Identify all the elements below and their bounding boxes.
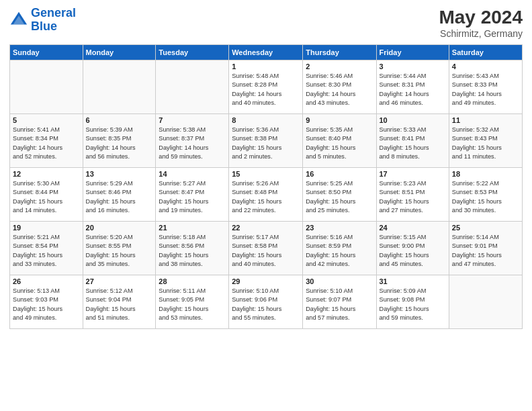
col-friday: Friday <box>376 45 449 60</box>
day-info: Sunrise: 5:44 AM Sunset: 8:31 PM Dayligh… <box>380 72 446 107</box>
table-row: 10Sunrise: 5:33 AM Sunset: 8:41 PM Dayli… <box>376 114 449 168</box>
day-number: 17 <box>380 170 446 178</box>
day-number: 6 <box>86 116 153 124</box>
table-row: 4Sunrise: 5:43 AM Sunset: 8:33 PM Daylig… <box>449 60 522 114</box>
logo: General Blue <box>9 7 76 34</box>
day-number: 12 <box>13 170 80 178</box>
day-number: 2 <box>306 62 373 71</box>
table-row: 27Sunrise: 5:12 AM Sunset: 9:04 PM Dayli… <box>83 275 156 329</box>
day-number: 14 <box>159 170 226 178</box>
location: Schirmitz, Germany <box>439 28 523 39</box>
day-number: 11 <box>452 116 519 124</box>
table-row: 21Sunrise: 5:18 AM Sunset: 8:56 PM Dayli… <box>156 222 229 275</box>
table-row: 22Sunrise: 5:17 AM Sunset: 8:58 PM Dayli… <box>229 222 303 275</box>
day-info: Sunrise: 5:09 AM Sunset: 9:08 PM Dayligh… <box>380 287 446 322</box>
day-number: 3 <box>380 62 446 71</box>
day-number: 21 <box>159 224 226 232</box>
day-info: Sunrise: 5:36 AM Sunset: 8:38 PM Dayligh… <box>232 126 300 161</box>
col-monday: Monday <box>83 45 156 60</box>
table-row: 16Sunrise: 5:25 AM Sunset: 8:50 PM Dayli… <box>303 168 376 222</box>
col-wednesday: Wednesday <box>229 45 303 60</box>
table-row <box>83 60 156 114</box>
table-row: 14Sunrise: 5:27 AM Sunset: 8:47 PM Dayli… <box>156 168 229 222</box>
day-info: Sunrise: 5:27 AM Sunset: 8:47 PM Dayligh… <box>159 179 226 215</box>
logo-line1: General <box>31 6 76 19</box>
day-info: Sunrise: 5:41 AM Sunset: 8:34 PM Dayligh… <box>13 126 80 161</box>
day-info: Sunrise: 5:16 AM Sunset: 8:59 PM Dayligh… <box>306 233 373 269</box>
col-tuesday: Tuesday <box>156 45 229 60</box>
table-row: 19Sunrise: 5:21 AM Sunset: 8:54 PM Dayli… <box>10 222 83 275</box>
day-number: 28 <box>159 277 226 285</box>
day-info: Sunrise: 5:21 AM Sunset: 8:54 PM Dayligh… <box>13 233 80 269</box>
day-number: 5 <box>13 116 80 124</box>
day-info: Sunrise: 5:39 AM Sunset: 8:35 PM Dayligh… <box>86 126 153 161</box>
day-info: Sunrise: 5:20 AM Sunset: 8:55 PM Dayligh… <box>86 233 153 269</box>
table-row: 31Sunrise: 5:09 AM Sunset: 9:08 PM Dayli… <box>376 275 449 329</box>
table-row: 2Sunrise: 5:46 AM Sunset: 8:30 PM Daylig… <box>303 60 376 114</box>
day-info: Sunrise: 5:33 AM Sunset: 8:41 PM Dayligh… <box>380 126 446 161</box>
day-number: 27 <box>86 277 153 285</box>
day-info: Sunrise: 5:11 AM Sunset: 9:05 PM Dayligh… <box>159 287 226 322</box>
table-row: 18Sunrise: 5:22 AM Sunset: 8:53 PM Dayli… <box>449 168 522 222</box>
page: General Blue May 2024 Schirmitz, Germany… <box>0 0 532 411</box>
day-number: 31 <box>380 277 446 285</box>
table-row: 20Sunrise: 5:20 AM Sunset: 8:55 PM Dayli… <box>83 222 156 275</box>
day-info: Sunrise: 5:22 AM Sunset: 8:53 PM Dayligh… <box>452 179 519 215</box>
day-number: 10 <box>380 116 446 124</box>
calendar-week-row: 26Sunrise: 5:13 AM Sunset: 9:03 PM Dayli… <box>10 275 523 329</box>
day-number: 24 <box>380 224 446 232</box>
day-info: Sunrise: 5:38 AM Sunset: 8:37 PM Dayligh… <box>159 126 226 161</box>
table-row: 26Sunrise: 5:13 AM Sunset: 9:03 PM Dayli… <box>10 275 83 329</box>
table-row: 9Sunrise: 5:35 AM Sunset: 8:40 PM Daylig… <box>303 114 376 168</box>
day-number: 4 <box>452 62 519 71</box>
day-info: Sunrise: 5:25 AM Sunset: 8:50 PM Dayligh… <box>306 179 373 215</box>
calendar-week-row: 1Sunrise: 5:48 AM Sunset: 8:28 PM Daylig… <box>10 60 523 114</box>
day-number: 29 <box>232 277 300 285</box>
table-row: 7Sunrise: 5:38 AM Sunset: 8:37 PM Daylig… <box>156 114 229 168</box>
table-row: 6Sunrise: 5:39 AM Sunset: 8:35 PM Daylig… <box>83 114 156 168</box>
table-row: 11Sunrise: 5:32 AM Sunset: 8:43 PM Dayli… <box>449 114 522 168</box>
col-saturday: Saturday <box>449 45 522 60</box>
day-info: Sunrise: 5:12 AM Sunset: 9:04 PM Dayligh… <box>86 287 153 322</box>
logo-text: General Blue <box>31 7 76 34</box>
day-number: 13 <box>86 170 153 178</box>
table-row: 24Sunrise: 5:15 AM Sunset: 9:00 PM Dayli… <box>376 222 449 275</box>
day-number: 18 <box>452 170 519 178</box>
table-row: 23Sunrise: 5:16 AM Sunset: 8:59 PM Dayli… <box>303 222 376 275</box>
logo-line2: Blue <box>31 19 57 33</box>
table-row: 3Sunrise: 5:44 AM Sunset: 8:31 PM Daylig… <box>376 60 449 114</box>
table-row <box>156 60 229 114</box>
day-info: Sunrise: 5:23 AM Sunset: 8:51 PM Dayligh… <box>380 179 446 215</box>
col-thursday: Thursday <box>303 45 376 60</box>
title-block: May 2024 Schirmitz, Germany <box>439 7 523 39</box>
day-number: 25 <box>452 224 519 232</box>
day-number: 1 <box>232 62 300 71</box>
day-info: Sunrise: 5:46 AM Sunset: 8:30 PM Dayligh… <box>306 72 373 107</box>
day-number: 15 <box>232 170 300 178</box>
day-info: Sunrise: 5:30 AM Sunset: 8:44 PM Dayligh… <box>13 179 80 215</box>
calendar-week-row: 12Sunrise: 5:30 AM Sunset: 8:44 PM Dayli… <box>10 168 523 222</box>
table-row: 12Sunrise: 5:30 AM Sunset: 8:44 PM Dayli… <box>10 168 83 222</box>
table-row: 15Sunrise: 5:26 AM Sunset: 8:48 PM Dayli… <box>229 168 303 222</box>
table-row: 5Sunrise: 5:41 AM Sunset: 8:34 PM Daylig… <box>10 114 83 168</box>
table-row <box>10 60 83 114</box>
table-row <box>449 275 522 329</box>
day-number: 19 <box>13 224 80 232</box>
logo-icon <box>9 11 28 30</box>
calendar-week-row: 19Sunrise: 5:21 AM Sunset: 8:54 PM Dayli… <box>10 222 523 275</box>
day-info: Sunrise: 5:18 AM Sunset: 8:56 PM Dayligh… <box>159 233 226 269</box>
calendar-header-row: Sunday Monday Tuesday Wednesday Thursday… <box>10 45 523 60</box>
day-info: Sunrise: 5:26 AM Sunset: 8:48 PM Dayligh… <box>232 179 300 215</box>
table-row: 8Sunrise: 5:36 AM Sunset: 8:38 PM Daylig… <box>229 114 303 168</box>
day-info: Sunrise: 5:15 AM Sunset: 9:00 PM Dayligh… <box>380 233 446 269</box>
header: General Blue May 2024 Schirmitz, Germany <box>9 7 523 39</box>
table-row: 13Sunrise: 5:29 AM Sunset: 8:46 PM Dayli… <box>83 168 156 222</box>
col-sunday: Sunday <box>10 45 83 60</box>
day-info: Sunrise: 5:48 AM Sunset: 8:28 PM Dayligh… <box>232 72 300 107</box>
table-row: 17Sunrise: 5:23 AM Sunset: 8:51 PM Dayli… <box>376 168 449 222</box>
day-info: Sunrise: 5:35 AM Sunset: 8:40 PM Dayligh… <box>306 126 373 161</box>
day-number: 7 <box>159 116 226 124</box>
table-row: 25Sunrise: 5:14 AM Sunset: 9:01 PM Dayli… <box>449 222 522 275</box>
day-info: Sunrise: 5:17 AM Sunset: 8:58 PM Dayligh… <box>232 233 300 269</box>
day-number: 22 <box>232 224 300 232</box>
